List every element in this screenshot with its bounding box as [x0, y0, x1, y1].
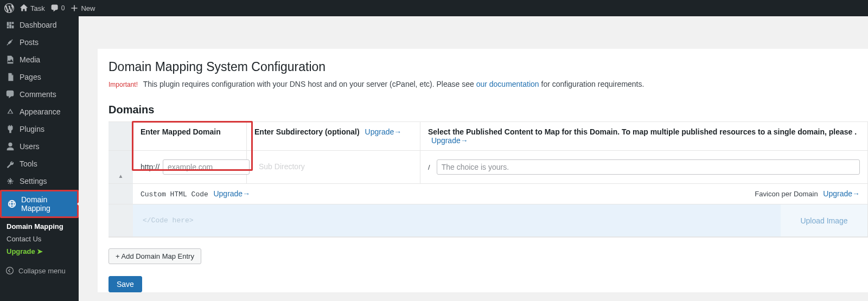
pin-icon	[5, 37, 15, 47]
notice-text-post: for configuration requirements.	[541, 80, 644, 88]
comment-icon	[50, 4, 59, 12]
content-select-input[interactable]	[437, 159, 860, 175]
submenu-domain-mapping[interactable]: Domain Mapping	[7, 220, 79, 233]
important-label: Important!	[108, 81, 138, 88]
collapse-label: Collapse menu	[18, 267, 66, 275]
drag-handle[interactable]: ▲	[108, 151, 133, 183]
admin-bar: Task 0 New	[0, 0, 868, 16]
favicon-head: Favicon per Domain Upgrade→	[747, 184, 867, 204]
sidebar-item-label: Tools	[20, 159, 37, 168]
media-icon	[5, 55, 15, 65]
pages-icon	[5, 72, 15, 82]
sidebar-item-posts[interactable]: Posts	[0, 34, 79, 51]
new-link[interactable]: New	[70, 4, 95, 12]
custom-html-label: Custom HTML Code	[141, 190, 208, 198]
comments-count: 0	[61, 4, 65, 12]
upload-image-button: Upload Image	[781, 204, 867, 236]
site-name: Task	[30, 4, 45, 12]
col1-label: Enter Mapped Domain	[141, 127, 221, 136]
table-header-row: Enter Mapped Domain Enter Subdirectory (…	[108, 122, 867, 151]
table-input-row: ▲ http:// /	[108, 151, 867, 184]
domain-input[interactable]	[163, 159, 250, 175]
sidebar-item-settings[interactable]: Settings	[0, 172, 79, 190]
subdirectory-input	[254, 159, 401, 174]
sidebar-item-domain-mapping[interactable]: Domain Mapping	[2, 191, 77, 216]
submenu-contact-us[interactable]: Contact Us	[7, 233, 79, 245]
config-notice: Important! This plugin requires configur…	[108, 80, 868, 88]
sidebar-item-label: Settings	[20, 177, 47, 185]
sidebar-item-label: Users	[20, 142, 40, 151]
domain-cell: http://	[133, 151, 247, 183]
drag-column-2	[108, 184, 133, 204]
sidebar-item-users[interactable]: Users	[0, 138, 79, 155]
comments-link[interactable]: 0	[50, 4, 65, 12]
plus-icon	[70, 4, 79, 12]
collapse-icon	[5, 266, 14, 275]
col-content-head: Select the Published Content to Map for …	[420, 122, 867, 150]
content-cell: /	[420, 151, 867, 183]
drag-column-3	[108, 204, 133, 236]
sidebar-item-label: Pages	[20, 73, 41, 81]
save-button[interactable]: Save	[108, 276, 142, 292]
dashboard-icon	[5, 20, 15, 30]
tools-icon	[5, 159, 15, 169]
sidebar-item-label: Dashboard	[20, 21, 57, 29]
slash-separator: /	[428, 163, 430, 171]
domain-mapping-table: Enter Mapped Domain Enter Subdirectory (…	[108, 121, 868, 238]
sidebar-item-label: Plugins	[20, 125, 44, 133]
home-icon	[20, 4, 28, 12]
sidebar-item-media[interactable]: Media	[0, 51, 79, 68]
content-upgrade-link[interactable]: Upgrade→	[431, 136, 468, 145]
sidebar-item-pages[interactable]: Pages	[0, 68, 79, 86]
custom-html-head: Custom HTML Code Upgrade→	[133, 184, 747, 204]
sidebar-item-label: Posts	[20, 38, 39, 47]
plugins-icon	[5, 124, 15, 134]
users-icon	[5, 142, 15, 151]
settings-icon	[5, 176, 15, 186]
main-content: Domain Mapping System Configuration Impo…	[79, 16, 868, 301]
sidebar-item-dashboard[interactable]: Dashboard	[0, 16, 79, 34]
sidebar-item-comments[interactable]: Comments	[0, 86, 79, 103]
sidebar-submenu: Domain Mapping Contact Us Upgrade ➤	[0, 218, 79, 262]
sidebar-item-label: Domain Mapping	[21, 195, 72, 213]
wordpress-icon	[4, 3, 14, 13]
sidebar-item-appearance[interactable]: Appearance	[0, 103, 79, 120]
add-domain-button[interactable]: + Add Domain Map Entry	[108, 248, 201, 264]
wp-logo[interactable]	[4, 3, 14, 13]
col-mapped-domain-head: Enter Mapped Domain	[133, 122, 247, 150]
sidebar-item-label: Media	[20, 55, 40, 64]
comments-icon	[5, 89, 15, 99]
domains-heading: Domains	[108, 104, 868, 116]
col-subdirectory-head: Enter Subdirectory (optional) Upgrade→	[247, 122, 420, 150]
documentation-link[interactable]: our documentation	[476, 80, 539, 88]
custom-html-upgrade-link[interactable]: Upgrade→	[213, 189, 250, 198]
collapse-menu[interactable]: Collapse menu	[0, 262, 79, 279]
sidebar-item-plugins[interactable]: Plugins	[0, 120, 79, 138]
sidebar-item-label: Comments	[20, 90, 56, 99]
admin-sidebar: Dashboard Posts Media Pages Comments App…	[0, 16, 79, 301]
custom-html-textarea: </Code here>	[133, 204, 781, 236]
table-code-row: </Code here> Upload Image	[108, 204, 867, 237]
notice-text-pre: This plugin requires configuration with …	[143, 80, 476, 88]
site-link[interactable]: Task	[20, 4, 45, 12]
favicon-label: Favicon per Domain	[755, 190, 818, 198]
col2-label: Enter Subdirectory (optional)	[254, 127, 360, 136]
col3-label: Select the Published Content to Map for …	[428, 127, 857, 136]
new-label: New	[81, 4, 95, 12]
subdir-upgrade-link[interactable]: Upgrade→	[365, 127, 402, 136]
sidebar-item-tools[interactable]: Tools	[0, 155, 79, 172]
table-subheader-row: Custom HTML Code Upgrade→ Favicon per Do…	[108, 184, 867, 204]
globe-icon	[7, 199, 17, 209]
appearance-icon	[5, 107, 15, 117]
submenu-upgrade[interactable]: Upgrade ➤	[7, 245, 79, 258]
subdir-cell	[247, 151, 420, 183]
page-title: Domain Mapping System Configuration	[108, 60, 868, 74]
http-prefix: http://	[141, 163, 159, 171]
sidebar-item-label: Appearance	[20, 107, 61, 116]
drag-column	[108, 122, 133, 150]
favicon-upgrade-link[interactable]: Upgrade→	[823, 189, 860, 198]
config-panel: Domain Mapping System Configuration Impo…	[98, 49, 868, 292]
svg-point-0	[7, 267, 14, 274]
highlight-annotation-sidebar: Domain Mapping	[0, 190, 79, 218]
